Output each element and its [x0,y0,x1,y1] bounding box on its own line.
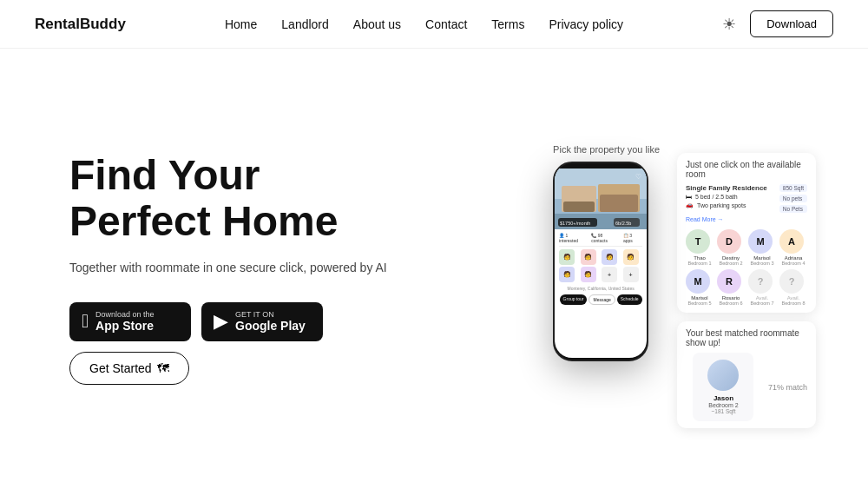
read-more-link[interactable]: Read More → [686,216,807,222]
phone-contacts: 📞 98 contacts [591,233,620,243]
roommate-item: A Adriana Bedroom 4 [779,229,807,266]
phone-grid-item: 🧑 [581,267,596,282]
roommates-section: T Thao Bedroom 1 D Destiny Bedroom 2 M M… [686,229,807,306]
roommate-role: Bedroom 6 [717,301,745,306]
property-detail-beds: 🛏 5 bed / 2.5 bath [686,194,767,200]
parking-detail: Two parking spots [697,202,746,208]
app-store-button[interactable]:  Download on the App Store [69,302,191,341]
nav-terms[interactable]: Terms [491,17,524,31]
google-play-small: GET IT ON [235,310,306,319]
roommate-role: Bedroom 4 [779,261,807,266]
property-title: Single Family Residence [686,184,767,192]
google-play-icon: ▶ [214,310,228,333]
match-room: Bedroom 2 [708,402,738,408]
property-info: Single Family Residence 🛏 5 bed / 2.5 ba… [686,184,807,213]
roommate-item: T Thao Bedroom 1 [686,229,713,266]
download-button[interactable]: Download [750,10,833,37]
phone-grid-item: 🧑 [602,249,617,265]
phone-occupants-grid: 🧑 🧑 🧑 🧑 🧑 🧑 + + [559,249,642,282]
nav-home[interactable]: Home [225,17,257,31]
roommate-role: Bedroom 1 [686,261,713,266]
cta-buttons:  Download on the App Store ▶ GET IT ON … [69,302,399,385]
roommate-avatar: M [686,269,710,294]
best-match-panel: Your best matched roommate show up! Jaso… [677,321,816,428]
roommate-role: Bedroom 8 [779,301,807,306]
get-started-button[interactable]: Get Started 🗺 [69,352,189,385]
phone-divider [559,246,642,247]
svg-text:♡: ♡ [635,173,641,181]
logo: RentalBuddy [35,16,126,33]
phone-interested: 👤 1 interested [559,233,588,243]
match-name: Jason [713,394,733,402]
app-store-name: App Store [95,319,155,334]
phone-actions: Group tour Message Schedule [559,294,642,305]
google-play-button[interactable]: ▶ GET IT ON Google Play [201,302,323,341]
hero-subtitle: Together with roommate in one secure cli… [69,261,399,274]
roommate-item: M Marisol Bedroom 5 [686,269,713,306]
schedule-btn[interactable]: Schedule [617,294,642,305]
phone-property-image: ♡ $1750+/month 6b/2.5b [555,169,647,229]
phone-content: 👤 1 interested 📞 98 contacts 📋 3 apps 🧑 … [555,229,647,308]
phone-grid-item: 🧑 [559,249,575,265]
roommate-item: ? Avail. Bedroom 7 [748,269,776,306]
roommate-avatar: D [717,229,741,254]
side-panels: Just one click on the available room Sin… [677,135,816,428]
app-store-small: Download on the [95,310,155,319]
roommate-grid: T Thao Bedroom 1 D Destiny Bedroom 2 M M… [686,229,807,306]
phone-location: Monterey, California, United States [559,286,642,291]
nav-landlord[interactable]: Landlord [281,17,329,31]
roommate-role: Bedroom 3 [748,261,776,266]
match-avatar [707,360,739,391]
bed-icon: 🛏 [686,194,692,200]
hero-right: Pick the property you like [553,109,816,428]
roommate-avatar: ? [779,269,804,294]
apple-icon:  [82,310,89,333]
main-nav: Home Landlord About us Contact Terms Pri… [225,17,623,31]
hero-left: Find Your Perfect Home Together with roo… [69,153,399,384]
roommate-role: Bedroom 2 [717,261,745,266]
phone-notch [586,163,615,169]
svg-rect-3 [563,202,595,212]
get-started-label: Get Started [89,361,152,375]
property-detail-parking: 🚗 Two parking spots [686,202,767,208]
group-tour-btn[interactable]: Group tour [560,294,588,305]
roommate-avatar: T [686,229,710,254]
roommate-avatar: M [748,229,773,254]
svg-text:$1750+/month: $1750+/month [560,221,590,226]
match-pct: 71% match [768,383,807,392]
svg-text:6b/2.5b: 6b/2.5b [615,221,631,226]
property-panel: Just one click on the available room Sin… [677,153,816,313]
sqft-badge: 850 Sqft [779,184,807,192]
roommate-role: Bedroom 7 [748,301,776,306]
bed-detail: 5 bed / 2.5 bath [695,194,738,200]
roommate-avatar: R [717,269,741,294]
nav-privacy[interactable]: Privacy policy [549,17,623,31]
pets-badge: No pets [779,195,807,202]
get-started-icon: 🗺 [157,361,169,375]
theme-toggle-icon[interactable]: ☀ [722,15,736,34]
match-sqft: ~181 Sqft [711,408,735,414]
phone-mockup: ♡ $1750+/month 6b/2.5b 👤 1 interested 📞 … [553,162,648,361]
roommate-role: Bedroom 5 [686,301,713,306]
google-play-name: Google Play [235,319,306,334]
roommate-item: R Rosario Bedroom 6 [717,269,745,306]
roommate-avatar: ? [748,269,773,294]
nav-contact[interactable]: Contact [425,17,467,31]
roommate-item: M Marisol Bedroom 3 [748,229,776,266]
roommate-item: D Destiny Bedroom 2 [717,229,745,266]
message-btn[interactable]: Message [589,294,615,305]
phone-apps: 📋 3 apps [623,233,642,243]
match-card: Jason Bedroom 2 ~181 Sqft [693,353,753,421]
roommate-avatar: A [779,229,804,254]
match-panel-label: Your best matched roommate show up! [686,328,807,347]
match-label-row: Your best matched roommate show up! [686,328,807,347]
roommate-item: ? Avail. Bedroom 8 [779,269,807,306]
nav-about[interactable]: About us [353,17,401,31]
phone-grid-item: 🧑 [623,249,639,265]
phone-screen: ♡ $1750+/month 6b/2.5b 👤 1 interested 📞 … [555,169,647,358]
no-pets-badge: No Pets [779,205,807,213]
phone-grid-item: + [602,267,617,282]
phone-grid-item: + [623,267,639,282]
phone-mockup-container: Pick the property you like [553,144,660,361]
hero-title: Find Your Perfect Home [69,153,399,245]
